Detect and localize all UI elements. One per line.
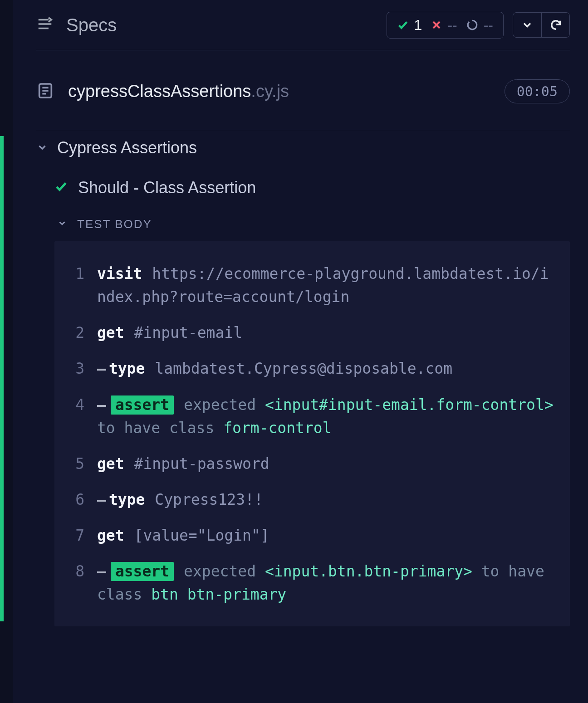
cmd-keyword: get (97, 527, 124, 544)
cmd-arg: https://ecommerce-playground.lambdatest.… (97, 265, 549, 306)
cmd-arg: #input-email (134, 324, 242, 342)
chevron-down-icon (36, 138, 48, 157)
command-row[interactable]: 8 –assertexpected <input.btn.btn-primary… (68, 553, 556, 612)
stat-pending-count: -- (484, 17, 493, 34)
cmd-arg: Cypress123!! (155, 491, 263, 508)
test-stats: 1 -- -- (387, 12, 504, 39)
row-number: 3 (68, 357, 97, 380)
command-row[interactable]: 1 visithttps://ecommerce-playground.lamb… (68, 256, 556, 315)
command-row[interactable]: 3 –typelambdatest.Cypress@disposable.com (68, 351, 556, 386)
test-body-label: TEST BODY (77, 217, 152, 231)
spec-file-ext: .cy.js (251, 82, 289, 101)
suite-title: Cypress Assertions (57, 138, 197, 157)
assert-badge: assert (111, 395, 174, 415)
specs-title: Specs (66, 15, 117, 35)
assert-subject: <input.btn.btn-primary> (265, 562, 472, 580)
pass-indicator-rail (0, 136, 4, 621)
assert-expected: btn btn-primary (151, 586, 286, 603)
assert-badge: assert (111, 562, 174, 581)
cmd-keyword: get (97, 324, 124, 342)
test-header[interactable]: Should - Class Assertion (54, 178, 570, 197)
stat-failed-count: -- (447, 17, 457, 34)
elapsed-time: 00:05 (505, 79, 570, 103)
stat-passed-count: 1 (414, 17, 422, 34)
assert-subject: <input#input-email.form-control> (265, 396, 554, 414)
check-icon (54, 178, 68, 197)
cmd-keyword: type (109, 360, 145, 377)
assert-text: expected (184, 396, 265, 414)
collapse-button[interactable] (513, 13, 541, 37)
x-icon (431, 20, 442, 30)
file-icon (36, 82, 54, 102)
row-number: 5 (68, 452, 97, 475)
command-row[interactable]: 4 –assertexpected <input#input-email.for… (68, 387, 556, 446)
cmd-arg: [value="Login"] (134, 527, 270, 544)
check-icon (397, 19, 409, 31)
stat-passed: 1 (397, 17, 422, 34)
assert-text: to have class (97, 419, 223, 437)
assert-text: expected (184, 562, 265, 580)
cmd-arg: #input-password (134, 455, 270, 473)
test-title: Should - Class Assertion (78, 178, 256, 197)
stat-failed: -- (431, 17, 457, 34)
pending-icon (466, 19, 478, 31)
row-number: 6 (68, 488, 97, 511)
spec-file-name: cypressClassAssertions (68, 82, 251, 101)
row-number: 4 (68, 393, 97, 416)
cmd-keyword: visit (97, 265, 142, 283)
command-row[interactable]: 7 get[value="Login"] (68, 517, 556, 553)
row-number: 2 (68, 321, 97, 344)
command-row[interactable]: 2 get#input-email (68, 315, 556, 351)
rerun-button[interactable] (541, 13, 569, 37)
child-dash: – (97, 396, 106, 414)
row-number: 1 (68, 262, 97, 285)
row-number: 7 (68, 524, 97, 547)
child-dash: – (97, 360, 106, 377)
test-body-header[interactable]: TEST BODY (57, 217, 570, 231)
row-number: 8 (68, 560, 97, 583)
child-dash: – (97, 562, 106, 580)
chevron-down-icon (57, 217, 67, 231)
top-bar: Specs 1 -- (36, 0, 570, 50)
command-log: 1 visithttps://ecommerce-playground.lamb… (54, 241, 570, 626)
command-row[interactable]: 6 –typeCypress123!! (68, 482, 556, 517)
assert-expected: form-control (223, 419, 331, 437)
command-row[interactable]: 5 get#input-password (68, 446, 556, 482)
cmd-arg: lambdatest.Cypress@disposable.com (155, 360, 452, 377)
spec-file-row: cypressClassAssertions.cy.js 00:05 (36, 50, 570, 130)
suite-header[interactable]: Cypress Assertions (36, 138, 570, 157)
child-dash: – (97, 491, 106, 508)
cmd-keyword: get (97, 455, 124, 473)
stat-pending: -- (466, 17, 493, 34)
cmd-keyword: type (109, 491, 145, 508)
specs-icon (36, 15, 54, 34)
